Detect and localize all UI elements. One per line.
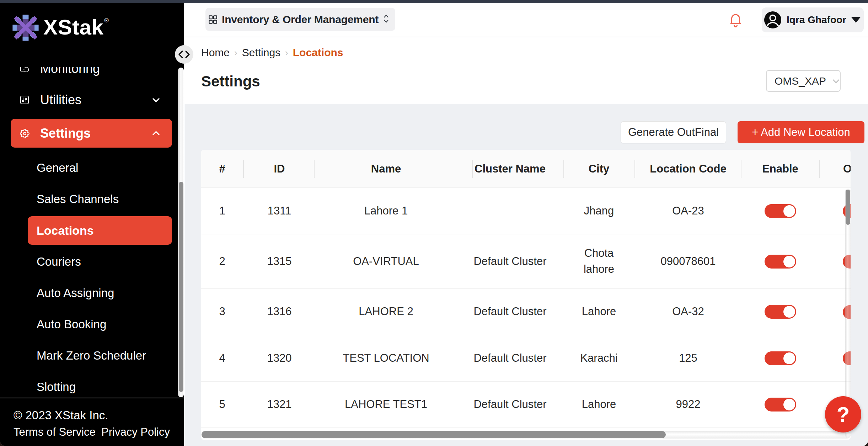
app-switcher-label: Inventory & Order Management [222,14,379,26]
table-row: 1 1311 Lahore 1 Jhang OA-23 [201,188,851,234]
chevron-up-icon [151,128,161,138]
sidebar-item-auto-booking[interactable]: Auto Booking [0,309,184,340]
utilities-icon [20,95,29,105]
copyright-text: © 2023 XStak Inc. [14,409,108,422]
user-menu[interactable]: Iqra Ghafoor [762,7,864,32]
user-avatar-icon [764,11,781,28]
updown-chevron-icon [383,14,390,25]
sidebar-item-utilities[interactable]: Utilities [0,84,184,116]
window-top-strip [0,0,868,3]
col-header-id: ID [251,150,308,188]
sidebar-footer: © 2023 XStak Inc. Terms of Service Priva… [0,398,184,446]
breadcrumb-current: Locations [293,47,343,59]
table-horizontal-scrollbar-thumb[interactable] [202,431,666,438]
sidebar-item-sales-channels[interactable]: Sales Channels [0,184,184,215]
sidebar-item-monitoring[interactable]: Monitoring [0,67,184,84]
col-header-name: Name [311,150,461,188]
sidebar-item-general[interactable]: General [0,152,184,184]
chevron-down-icon [151,95,161,105]
table-vertical-scrollbar-thumb[interactable] [846,190,850,225]
col-header-city: City [565,150,633,188]
enable-toggle-on[interactable] [765,204,796,218]
gear-icon [20,129,29,138]
xstak-logo[interactable]: XStak ® [12,14,109,43]
sidebar-nav: Monitoring Utilities [0,67,184,398]
locations-table: # ID Name Cluster Name City Location Cod… [201,150,851,440]
add-new-location-button[interactable]: + Add New Location [738,121,864,143]
enable-toggle-on[interactable] [765,305,796,319]
content-area: Generate OutFinal + Add New Location # I… [184,104,868,446]
enable-toggle-on[interactable] [765,255,796,269]
user-name: Iqra Ghafoor [787,14,846,26]
grid-icon [208,15,218,24]
xstak-logo-text: XStak [43,14,103,41]
notification-bell-icon[interactable] [730,13,741,27]
caret-down-icon [851,17,861,23]
top-bar: Inventory & Order Management Iqra Ghafoo… [184,3,868,37]
table-horizontal-scrollbar[interactable] [201,431,851,439]
terms-of-service-link[interactable]: Terms of Service [14,426,96,439]
col-header-code: Location Code [638,150,738,188]
breadcrumb-separator-icon: › [285,47,288,58]
sidebar-item-slotting[interactable]: Slotting [0,371,184,398]
sidebar: XStak ® Monitoring [0,3,184,446]
registered-mark: ® [104,17,109,24]
col-header-cluster: Cluster Name [450,150,570,188]
environment-select[interactable]: OMS_XAP [766,70,841,92]
table-header: # ID Name Cluster Name City Location Cod… [201,150,851,188]
table-row: 3 1316 LAHORE 2 Default Cluster Lahore O… [201,289,851,335]
page-title: Settings [201,73,260,90]
privacy-policy-link[interactable]: Privacy Policy [101,426,170,439]
help-button[interactable]: ? [825,396,861,432]
col-header-num: # [204,150,240,188]
breadcrumb-home[interactable]: Home [201,47,230,59]
page-header-band: Home › Settings › Locations Settings OMS… [184,37,868,104]
sidebar-collapse-button[interactable] [175,45,193,64]
app-window: XStak ® Monitoring [0,0,868,446]
breadcrumb-separator-icon: › [234,47,237,58]
xstak-logo-icon [12,14,39,43]
sidebar-item-locations[interactable]: Locations [28,216,172,245]
app-switcher-dropdown[interactable]: Inventory & Order Management [205,8,395,31]
col-header-enable: Enable [745,150,816,188]
chevron-down-icon [831,76,841,86]
main-area: Inventory & Order Management Iqra Ghafoo… [184,3,868,446]
sidebar-item-settings[interactable]: Settings [11,119,172,148]
sidebar-item-mark-zero-scheduler[interactable]: Mark Zero Scheduler [0,340,184,371]
table-row: 5 1321 LAHORE TEST1 Default Cluster Laho… [201,382,851,428]
breadcrumb: Home › Settings › Locations [201,47,343,59]
environment-select-value: OMS_XAP [775,75,826,87]
table-row: 4 1320 TEST LOCATION Default Cluster Kar… [201,335,851,382]
sidebar-scrollbar-thumb[interactable] [179,182,183,392]
col-header-online: O [843,150,851,188]
generate-outfinal-button[interactable]: Generate OutFinal [621,121,726,143]
enable-toggle-on[interactable] [765,398,796,412]
breadcrumb-settings[interactable]: Settings [242,47,280,59]
monitoring-icon [20,67,29,73]
sidebar-item-auto-assigning[interactable]: Auto Assigning [0,277,184,309]
enable-toggle-on[interactable] [765,351,796,365]
sidebar-scrollbar[interactable] [178,68,184,397]
sidebar-item-couriers[interactable]: Couriers [0,246,184,277]
table-row: 2 1315 OA-VIRTUAL Default Cluster Chota … [201,234,851,289]
